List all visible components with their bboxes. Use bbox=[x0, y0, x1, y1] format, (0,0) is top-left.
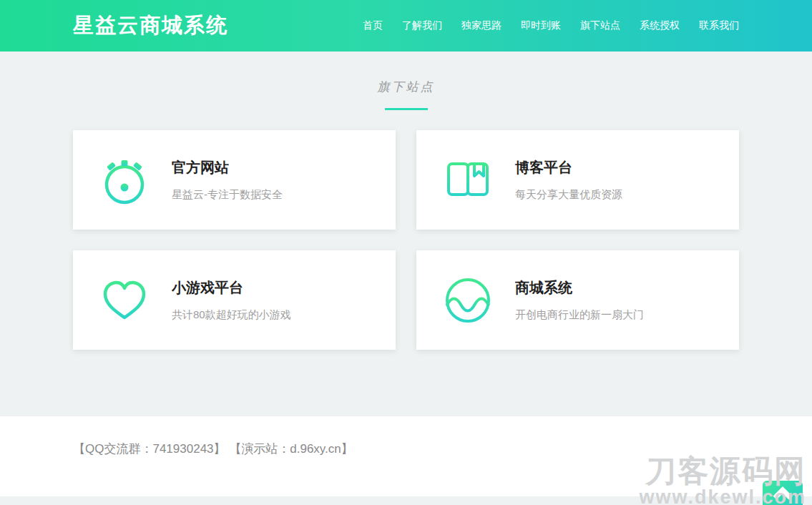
nav-item-home[interactable]: 首页 bbox=[363, 19, 383, 32]
nav-item-contact[interactable]: 联系我们 bbox=[699, 19, 739, 32]
card-title: 官方网站 bbox=[172, 158, 283, 177]
site-title: 星益云商城系统 bbox=[73, 11, 228, 40]
section-head: 旗下站点 bbox=[0, 52, 812, 110]
section-underline bbox=[385, 108, 428, 110]
stopwatch-icon bbox=[99, 155, 150, 206]
card-desc: 共计80款超好玩的小游戏 bbox=[172, 308, 291, 322]
nav-item-ideas[interactable]: 独家思路 bbox=[461, 19, 502, 32]
circle-wave-icon bbox=[442, 275, 494, 326]
heart-icon bbox=[99, 275, 150, 326]
card-desc: 开创电商行业的新一扇大门 bbox=[515, 308, 644, 322]
card-title: 小游戏平台 bbox=[172, 278, 291, 298]
card-title: 商城系统 bbox=[515, 278, 644, 298]
card-title: 博客平台 bbox=[515, 158, 622, 177]
footer: 【QQ交流群：741930243】 【演示站：d.96xy.cn】 bbox=[0, 416, 812, 496]
main-nav: 首页 了解我们 独家思路 即时到账 旗下站点 系统授权 联系我们 bbox=[363, 19, 739, 32]
header: 星益云商城系统 首页 了解我们 独家思路 即时到账 旗下站点 系统授权 联系我们 bbox=[0, 0, 812, 52]
page: 星益云商城系统 首页 了解我们 独家思路 即时到账 旗下站点 系统授权 联系我们… bbox=[0, 0, 812, 505]
open-book-icon bbox=[442, 155, 494, 206]
nav-item-sites[interactable]: 旗下站点 bbox=[580, 19, 620, 32]
card-mall-system[interactable]: 商城系统 开创电商行业的新一扇大门 bbox=[416, 250, 739, 350]
card-blog-platform[interactable]: 博客平台 每天分享大量优质资源 bbox=[416, 130, 739, 230]
card-official-site[interactable]: 官方网站 星益云-专注于数据安全 bbox=[73, 130, 396, 230]
site-cards: 官方网站 星益云-专注于数据安全 博客平台 每天分享大量优质资源 bbox=[73, 130, 739, 350]
nav-item-about[interactable]: 了解我们 bbox=[402, 19, 442, 32]
section-title: 旗下站点 bbox=[0, 79, 812, 95]
nav-item-instant[interactable]: 即时到账 bbox=[521, 19, 561, 32]
nav-item-license[interactable]: 系统授权 bbox=[640, 19, 680, 32]
footer-contact-text: 【QQ交流群：741930243】 【演示站：d.96xy.cn】 bbox=[73, 441, 739, 457]
card-desc: 每天分享大量优质资源 bbox=[515, 188, 622, 202]
card-minigame-platform[interactable]: 小游戏平台 共计80款超好玩的小游戏 bbox=[73, 250, 396, 350]
scroll-to-top-button[interactable] bbox=[763, 481, 803, 505]
card-desc: 星益云-专注于数据安全 bbox=[172, 188, 283, 202]
chevron-up-icon bbox=[763, 481, 803, 505]
